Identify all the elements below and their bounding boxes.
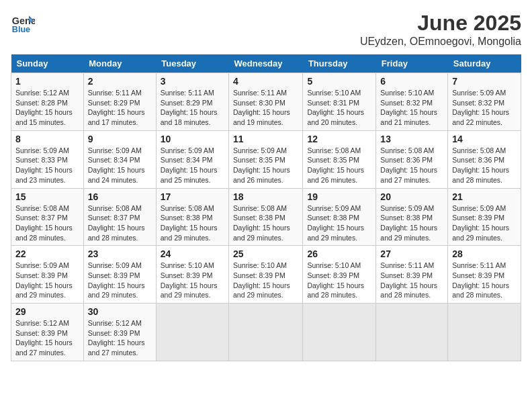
day-number: 25 bbox=[233, 248, 298, 259]
calendar-cell: 3 Sunrise: 5:11 AM Sunset: 8:29 PM Dayli… bbox=[156, 73, 228, 131]
calendar-cell: 5 Sunrise: 5:10 AM Sunset: 8:31 PM Dayli… bbox=[303, 73, 376, 131]
calendar-week-row: 8 Sunrise: 5:09 AM Sunset: 8:33 PM Dayli… bbox=[11, 130, 521, 188]
day-info: Sunrise: 5:09 AM Sunset: 8:33 PM Dayligh… bbox=[15, 146, 79, 185]
calendar-title: June 2025 bbox=[360, 11, 521, 36]
logo-icon: General Blue bbox=[11, 11, 35, 35]
calendar-cell: 25 Sunrise: 5:10 AM Sunset: 8:39 PM Dayl… bbox=[229, 246, 303, 304]
day-number: 15 bbox=[15, 191, 79, 202]
day-number: 11 bbox=[233, 134, 298, 144]
empty-cell bbox=[229, 304, 303, 361]
day-number: 27 bbox=[380, 248, 443, 259]
day-number: 24 bbox=[161, 248, 224, 259]
day-number: 16 bbox=[88, 191, 152, 202]
day-info: Sunrise: 5:08 AM Sunset: 8:38 PM Dayligh… bbox=[233, 203, 298, 243]
calendar-cell: 29 Sunrise: 5:12 AM Sunset: 8:39 PM Dayl… bbox=[11, 304, 84, 361]
day-info: Sunrise: 5:10 AM Sunset: 8:39 PM Dayligh… bbox=[161, 261, 224, 300]
day-number: 4 bbox=[233, 76, 298, 87]
day-number: 26 bbox=[307, 248, 371, 259]
day-number: 6 bbox=[380, 76, 443, 87]
day-number: 29 bbox=[15, 306, 79, 317]
day-info: Sunrise: 5:12 AM Sunset: 8:39 PM Dayligh… bbox=[15, 318, 79, 358]
day-info: Sunrise: 5:09 AM Sunset: 8:39 PM Dayligh… bbox=[88, 261, 152, 300]
day-info: Sunrise: 5:09 AM Sunset: 8:38 PM Dayligh… bbox=[307, 203, 371, 243]
day-info: Sunrise: 5:08 AM Sunset: 8:36 PM Dayligh… bbox=[452, 146, 517, 185]
calendar-week-row: 1 Sunrise: 5:12 AM Sunset: 8:28 PM Dayli… bbox=[11, 73, 521, 131]
title-block: June 2025 UEydzen, OEmnoegovi, Mongolia bbox=[360, 11, 521, 48]
calendar-cell: 8 Sunrise: 5:09 AM Sunset: 8:33 PM Dayli… bbox=[11, 130, 84, 188]
day-info: Sunrise: 5:11 AM Sunset: 8:39 PM Dayligh… bbox=[380, 261, 443, 300]
day-info: Sunrise: 5:08 AM Sunset: 8:36 PM Dayligh… bbox=[380, 146, 443, 185]
day-info: Sunrise: 5:11 AM Sunset: 8:29 PM Dayligh… bbox=[161, 88, 224, 128]
day-number: 3 bbox=[161, 76, 224, 87]
day-info: Sunrise: 5:11 AM Sunset: 8:39 PM Dayligh… bbox=[452, 261, 517, 300]
calendar-cell: 16 Sunrise: 5:08 AM Sunset: 8:37 PM Dayl… bbox=[83, 188, 156, 246]
calendar-cell: 21 Sunrise: 5:09 AM Sunset: 8:39 PM Dayl… bbox=[448, 188, 521, 246]
calendar-subtitle: UEydzen, OEmnoegovi, Mongolia bbox=[360, 36, 521, 48]
day-info: Sunrise: 5:09 AM Sunset: 8:38 PM Dayligh… bbox=[380, 203, 443, 243]
svg-text:Blue: Blue bbox=[12, 25, 30, 34]
empty-cell bbox=[376, 304, 448, 361]
weekday-header-row: Sunday Monday Tuesday Wednesday Thursday… bbox=[11, 54, 521, 73]
day-number: 19 bbox=[307, 191, 371, 202]
calendar-cell: 12 Sunrise: 5:08 AM Sunset: 8:35 PM Dayl… bbox=[303, 130, 376, 188]
day-info: Sunrise: 5:09 AM Sunset: 8:39 PM Dayligh… bbox=[452, 203, 517, 243]
day-number: 13 bbox=[380, 134, 443, 144]
day-number: 30 bbox=[88, 306, 152, 317]
header-thursday: Thursday bbox=[303, 54, 376, 73]
day-number: 9 bbox=[88, 134, 152, 144]
day-number: 14 bbox=[452, 134, 517, 144]
calendar-cell: 15 Sunrise: 5:08 AM Sunset: 8:37 PM Dayl… bbox=[11, 188, 84, 246]
header-tuesday: Tuesday bbox=[156, 54, 228, 73]
calendar-cell: 26 Sunrise: 5:10 AM Sunset: 8:39 PM Dayl… bbox=[303, 246, 376, 304]
calendar-cell: 22 Sunrise: 5:09 AM Sunset: 8:39 PM Dayl… bbox=[11, 246, 84, 304]
calendar-cell: 13 Sunrise: 5:08 AM Sunset: 8:36 PM Dayl… bbox=[376, 130, 448, 188]
day-info: Sunrise: 5:11 AM Sunset: 8:29 PM Dayligh… bbox=[88, 88, 152, 128]
empty-cell bbox=[448, 304, 521, 361]
calendar-cell: 4 Sunrise: 5:11 AM Sunset: 8:30 PM Dayli… bbox=[229, 73, 303, 131]
calendar-week-row: 29 Sunrise: 5:12 AM Sunset: 8:39 PM Dayl… bbox=[11, 304, 521, 361]
day-info: Sunrise: 5:08 AM Sunset: 8:35 PM Dayligh… bbox=[307, 146, 371, 185]
day-info: Sunrise: 5:09 AM Sunset: 8:39 PM Dayligh… bbox=[15, 261, 79, 300]
empty-cell bbox=[156, 304, 228, 361]
calendar-cell: 28 Sunrise: 5:11 AM Sunset: 8:39 PM Dayl… bbox=[448, 246, 521, 304]
day-number: 28 bbox=[452, 248, 517, 259]
day-info: Sunrise: 5:09 AM Sunset: 8:32 PM Dayligh… bbox=[452, 88, 517, 128]
calendar-cell: 24 Sunrise: 5:10 AM Sunset: 8:39 PM Dayl… bbox=[156, 246, 228, 304]
calendar-cell: 10 Sunrise: 5:09 AM Sunset: 8:34 PM Dayl… bbox=[156, 130, 228, 188]
day-number: 5 bbox=[307, 76, 371, 87]
calendar-table: Sunday Monday Tuesday Wednesday Thursday… bbox=[11, 54, 521, 361]
calendar-week-row: 22 Sunrise: 5:09 AM Sunset: 8:39 PM Dayl… bbox=[11, 246, 521, 304]
calendar-cell: 23 Sunrise: 5:09 AM Sunset: 8:39 PM Dayl… bbox=[83, 246, 156, 304]
calendar-cell: 18 Sunrise: 5:08 AM Sunset: 8:38 PM Dayl… bbox=[229, 188, 303, 246]
day-number: 10 bbox=[161, 134, 224, 144]
calendar-cell: 1 Sunrise: 5:12 AM Sunset: 8:28 PM Dayli… bbox=[11, 73, 84, 131]
header-wednesday: Wednesday bbox=[229, 54, 303, 73]
day-number: 18 bbox=[233, 191, 298, 202]
calendar-cell: 6 Sunrise: 5:10 AM Sunset: 8:32 PM Dayli… bbox=[376, 73, 448, 131]
calendar-cell: 2 Sunrise: 5:11 AM Sunset: 8:29 PM Dayli… bbox=[83, 73, 156, 131]
day-number: 12 bbox=[307, 134, 371, 144]
day-info: Sunrise: 5:09 AM Sunset: 8:35 PM Dayligh… bbox=[233, 146, 298, 185]
day-number: 21 bbox=[452, 191, 517, 202]
day-number: 1 bbox=[15, 76, 79, 87]
day-info: Sunrise: 5:09 AM Sunset: 8:34 PM Dayligh… bbox=[88, 146, 152, 185]
header-friday: Friday bbox=[376, 54, 448, 73]
day-info: Sunrise: 5:08 AM Sunset: 8:38 PM Dayligh… bbox=[161, 203, 224, 243]
calendar-cell: 14 Sunrise: 5:08 AM Sunset: 8:36 PM Dayl… bbox=[448, 130, 521, 188]
day-info: Sunrise: 5:08 AM Sunset: 8:37 PM Dayligh… bbox=[88, 203, 152, 243]
day-info: Sunrise: 5:10 AM Sunset: 8:32 PM Dayligh… bbox=[380, 88, 443, 128]
calendar-cell: 30 Sunrise: 5:12 AM Sunset: 8:39 PM Dayl… bbox=[83, 304, 156, 361]
day-number: 23 bbox=[88, 248, 152, 259]
calendar-week-row: 15 Sunrise: 5:08 AM Sunset: 8:37 PM Dayl… bbox=[11, 188, 521, 246]
day-number: 17 bbox=[161, 191, 224, 202]
calendar-cell: 20 Sunrise: 5:09 AM Sunset: 8:38 PM Dayl… bbox=[376, 188, 448, 246]
day-number: 2 bbox=[88, 76, 152, 87]
calendar-cell: 7 Sunrise: 5:09 AM Sunset: 8:32 PM Dayli… bbox=[448, 73, 521, 131]
day-info: Sunrise: 5:09 AM Sunset: 8:34 PM Dayligh… bbox=[161, 146, 224, 185]
day-info: Sunrise: 5:12 AM Sunset: 8:39 PM Dayligh… bbox=[88, 318, 152, 358]
day-info: Sunrise: 5:11 AM Sunset: 8:30 PM Dayligh… bbox=[233, 88, 298, 128]
day-number: 8 bbox=[15, 134, 79, 144]
day-number: 22 bbox=[15, 248, 79, 259]
day-info: Sunrise: 5:10 AM Sunset: 8:31 PM Dayligh… bbox=[307, 88, 371, 128]
page-header: General Blue June 2025 UEydzen, OEmnoego… bbox=[11, 11, 521, 48]
